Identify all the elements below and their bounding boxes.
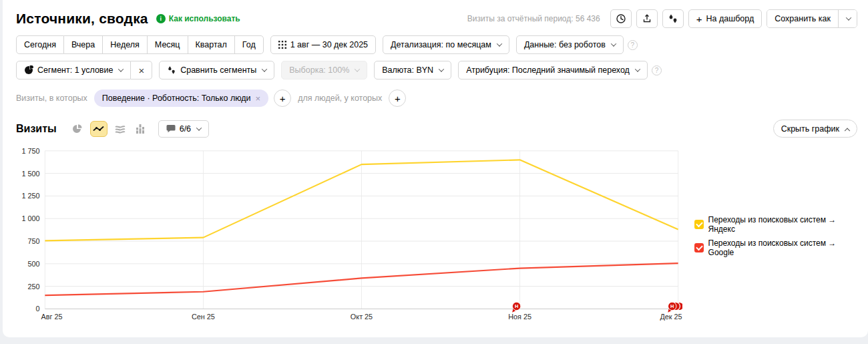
- chart-legend: Переходы из поисковых систем → Яндекс Пе…: [694, 215, 857, 257]
- segment-pie-icon: [24, 65, 33, 75]
- save-as-menu-button[interactable]: [838, 10, 857, 27]
- chart-type-pie-button[interactable]: [69, 121, 86, 137]
- legend-item-google[interactable]: Переходы из поисковых систем → Google: [694, 238, 857, 257]
- close-icon: ×: [138, 65, 144, 76]
- legend-label: Переходы из поисковых систем → Google: [708, 238, 857, 257]
- detail-level-label: Детализация: по месяцам: [391, 40, 491, 49]
- svg-text:1 500: 1 500: [21, 170, 39, 178]
- plus-icon: +: [696, 13, 702, 25]
- help-icon[interactable]: ?: [628, 40, 638, 50]
- info-icon: i: [156, 14, 166, 23]
- chart-controls: Визиты: [16, 120, 857, 138]
- date-range-label: 1 авг — 30 дек 2025: [290, 40, 368, 49]
- attribution-dropdown[interactable]: Атрибуция: Последний значимый переход: [458, 61, 648, 79]
- clock-icon: [616, 13, 626, 24]
- history-button[interactable]: [610, 9, 632, 28]
- segment-clear-button[interactable]: ×: [131, 61, 152, 79]
- svg-text:Дек 25: Дек 25: [660, 313, 682, 321]
- chevron-down-icon: [355, 66, 360, 71]
- period-today-button[interactable]: Сегодня: [16, 35, 64, 54]
- filter-bar: Визиты, в которых Поведение · Роботность…: [16, 90, 857, 107]
- chevron-down-icon: [846, 15, 851, 20]
- pie-chart-icon: [72, 124, 83, 134]
- how-to-use-link[interactable]: i Как использовать: [156, 14, 240, 23]
- save-as-split-button: Сохранить как: [767, 9, 857, 28]
- visits-chart-block: 02505007501 0001 2501 5001 750Авг 25Сен …: [16, 143, 857, 329]
- hide-chart-label: Скрыть график: [781, 124, 839, 134]
- segments-droplets-icon: [167, 65, 176, 75]
- save-as-label: Сохранить как: [775, 14, 831, 23]
- chart-type-columns-button[interactable]: [133, 121, 150, 137]
- report-page: Источники, сводка i Как использовать Виз…: [3, 0, 868, 337]
- period-year-button[interactable]: Год: [235, 35, 264, 54]
- save-as-button[interactable]: Сохранить как: [767, 10, 838, 27]
- comments-count: 6/6: [180, 124, 191, 134]
- chevron-down-icon: [439, 66, 444, 71]
- chevron-down-icon: [118, 66, 124, 71]
- legend-item-yandex[interactable]: Переходы из поисковых систем → Яндекс: [694, 215, 857, 234]
- data-mode-dropdown[interactable]: Данные: без роботов: [516, 35, 624, 54]
- svg-text:Сен 25: Сен 25: [192, 313, 215, 321]
- segment-dropdown[interactable]: Сегмент: 1 условие: [16, 61, 131, 79]
- visits-period-value: 56 436: [576, 14, 600, 23]
- visits-line-chart[interactable]: 02505007501 0001 2501 5001 750Авг 25Сен …: [16, 143, 682, 329]
- svg-text:Окт 25: Окт 25: [351, 313, 373, 321]
- legend-label: Переходы из поисковых систем → Яндекс: [708, 215, 857, 234]
- svg-text:1 000: 1 000: [21, 214, 39, 222]
- chevron-down-icon: [196, 125, 202, 130]
- chevron-down-icon: [635, 66, 640, 71]
- visits-filter-label: Визиты, в которых: [16, 94, 87, 103]
- hide-chart-button[interactable]: Скрыть график: [773, 120, 857, 138]
- compare-segments-dropdown[interactable]: Сравнить сегменты: [159, 61, 274, 79]
- chart-type-area-button[interactable]: [112, 121, 129, 137]
- chevron-up-icon: [845, 128, 850, 133]
- period-quarter-button[interactable]: Квартал: [188, 35, 235, 54]
- export-button[interactable]: [636, 9, 658, 28]
- help-icon[interactable]: ?: [652, 65, 662, 75]
- to-dashboard-button[interactable]: + На дашборд: [688, 9, 763, 28]
- report-header: Источники, сводка i Как использовать Виз…: [16, 9, 857, 28]
- compare-segments-quick-button[interactable]: [662, 9, 684, 28]
- comment-bubble-icon: [166, 124, 176, 133]
- comments-dropdown[interactable]: 6/6: [158, 120, 209, 138]
- visits-period-label: Визиты за отчётный период:: [467, 14, 574, 23]
- sampling-label: Выборка: 100%: [289, 65, 349, 75]
- filter-chip-label: Поведение · Роботность: Только люди: [102, 94, 251, 103]
- sampling-dropdown[interactable]: Выборка: 100%: [281, 61, 367, 79]
- line-chart-icon: [93, 124, 104, 134]
- stacked-area-icon: [115, 124, 126, 134]
- date-range-button[interactable]: 1 авг — 30 дек 2025: [270, 35, 376, 54]
- svg-text:0: 0: [35, 305, 39, 313]
- segment-toolbar: Сегмент: 1 условие × Сравнить сегменты В…: [16, 61, 857, 79]
- to-dashboard-label: На дашборд: [706, 14, 754, 23]
- calendar-grid-icon: [278, 41, 286, 49]
- chip-close-icon[interactable]: ×: [256, 94, 261, 104]
- period-month-button[interactable]: Месяц: [148, 35, 188, 54]
- period-week-button[interactable]: Неделя: [103, 35, 148, 54]
- add-people-condition-button[interactable]: +: [389, 90, 406, 107]
- chart-type-line-button[interactable]: [90, 121, 107, 137]
- svg-text:500: 500: [27, 260, 39, 268]
- svg-text:1 250: 1 250: [21, 192, 39, 200]
- robotness-filter-chip[interactable]: Поведение · Роботность: Только люди ×: [94, 90, 268, 107]
- attribution-label: Атрибуция: Последний значимый переход: [466, 65, 630, 75]
- metric-title: Визиты: [16, 123, 57, 135]
- people-filter-label: для людей, у которых: [298, 94, 382, 103]
- svg-text:Авг 25: Авг 25: [41, 313, 62, 321]
- period-yesterday-button[interactable]: Вчера: [64, 35, 103, 54]
- add-visit-condition-button[interactable]: +: [274, 90, 291, 107]
- chevron-down-icon: [262, 66, 267, 71]
- visits-period-summary: Визиты за отчётный период: 56 436: [467, 14, 600, 23]
- segments-droplets-icon: [668, 13, 678, 24]
- detail-level-dropdown[interactable]: Детализация: по месяцам: [383, 35, 509, 54]
- page-title: Источники, сводка: [16, 11, 148, 27]
- svg-text:Ноя 25: Ноя 25: [508, 313, 531, 321]
- data-mode-label: Данные: без роботов: [524, 40, 606, 49]
- google-series-checkbox[interactable]: [694, 243, 704, 252]
- column-chart-icon: [136, 124, 146, 134]
- how-to-use-label: Как использовать: [169, 14, 240, 23]
- currency-dropdown[interactable]: Валюта: BYN: [374, 61, 451, 79]
- segment-label: Сегмент: 1 условие: [37, 65, 113, 75]
- svg-text:750: 750: [27, 237, 39, 245]
- yandex-series-checkbox[interactable]: [694, 220, 704, 229]
